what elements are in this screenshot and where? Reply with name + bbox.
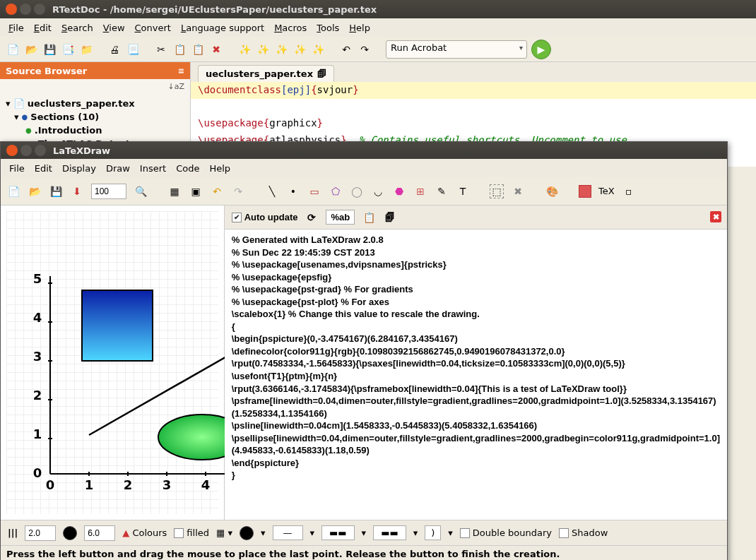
maximize-icon[interactable]: [34, 4, 45, 15]
code-line[interactable]: [191, 99, 756, 116]
menu-convert[interactable]: Convert: [131, 21, 175, 35]
pdf-icon[interactable]: ⬇: [70, 184, 84, 198]
maximize-icon[interactable]: [35, 145, 46, 156]
color-tool-icon[interactable]: 🎨: [545, 184, 559, 198]
menu-help[interactable]: Help: [345, 21, 374, 35]
pencil-tool-icon[interactable]: ✎: [435, 184, 449, 198]
menu-help[interactable]: Help: [205, 162, 235, 175]
copy-icon[interactable]: 📑: [61, 42, 75, 56]
tree-item[interactable]: ● .Introduction: [6, 124, 184, 137]
menu-insert[interactable]: Insert: [136, 162, 170, 175]
double-boundary-checkbox[interactable]: Double boundary: [460, 528, 552, 538]
export-icon[interactable]: ▫: [622, 184, 636, 198]
star-tool-icon[interactable]: ⬣: [392, 184, 406, 198]
grid-icon[interactable]: ▦: [167, 184, 182, 198]
paste-icon[interactable]: 📋: [191, 42, 205, 56]
line-style-combo[interactable]: —: [273, 525, 303, 540]
close-panel-icon[interactable]: ✖: [710, 211, 721, 222]
hatch-icon[interactable]: |||: [8, 528, 18, 538]
redo-icon[interactable]: ↷: [231, 184, 245, 198]
menu-tools[interactable]: Tools: [312, 21, 343, 35]
tree-sections[interactable]: ▾ ● Sections (10): [6, 110, 184, 124]
auto-update-checkbox[interactable]: ✔ Auto update: [232, 212, 298, 222]
axes-tool-icon[interactable]: ⊞: [413, 184, 427, 198]
minimize-icon[interactable]: [20, 4, 31, 15]
doc-icon[interactable]: 📃: [126, 42, 140, 56]
refresh-icon[interactable]: ⟳: [305, 210, 319, 225]
wand2-icon[interactable]: ✨: [256, 42, 270, 56]
delete-tool-icon[interactable]: ✖: [511, 184, 525, 198]
menu-macros[interactable]: Macros: [270, 21, 311, 35]
menu-edit[interactable]: Edit: [30, 162, 57, 175]
menu-view[interactable]: View: [99, 21, 129, 35]
snap-icon[interactable]: ▣: [189, 184, 203, 198]
page-icon[interactable]: 🗐: [383, 210, 397, 225]
open-icon[interactable]: 📂: [28, 184, 42, 198]
shadow-checkbox[interactable]: Shadow: [559, 528, 608, 538]
wand4-icon[interactable]: ✨: [293, 42, 307, 56]
close-icon[interactable]: [6, 4, 17, 15]
linewidth-input[interactable]: [25, 525, 56, 541]
close-icon[interactable]: [6, 145, 18, 156]
new-icon[interactable]: 📄: [6, 184, 20, 198]
open-icon[interactable]: 📂: [24, 42, 38, 56]
code-output[interactable]: % Generated with LaTeXDraw 2.0.8% Sun De…: [225, 230, 727, 486]
redo-icon[interactable]: ↷: [358, 42, 372, 56]
print-icon[interactable]: 🖨: [107, 42, 122, 56]
minimize-icon[interactable]: [20, 145, 32, 156]
run-combo[interactable]: Run Acrobat: [386, 40, 527, 59]
filled-checkbox[interactable]: filled: [174, 528, 209, 538]
rtextdoc-titlebar[interactable]: RTextDoc - /home/sergei/UEclustersPaper/…: [0, 0, 756, 18]
cut-icon[interactable]: ✂: [154, 42, 168, 56]
cap-style-combo[interactable]: ▬▬: [373, 525, 406, 540]
code-line[interactable]: \usepackage{graphicx}: [191, 115, 756, 132]
colours-button[interactable]: ▲ Colours: [122, 528, 167, 538]
editor-tab[interactable]: ueclusters_paper.tex 🗐: [198, 65, 334, 82]
text-tool-icon[interactable]: T: [456, 184, 470, 198]
zoom-icon[interactable]: 🔍: [134, 184, 148, 198]
fill-color-swatch[interactable]: [240, 526, 254, 540]
copy-code-icon[interactable]: 📋: [362, 210, 376, 225]
folder-icon[interactable]: 📁: [79, 42, 93, 56]
undo-icon[interactable]: ↶: [339, 42, 353, 56]
save-icon[interactable]: 💾: [42, 42, 57, 56]
menu-search[interactable]: Search: [57, 21, 98, 35]
ab-button[interactable]: %ab: [326, 210, 355, 225]
latexdraw-titlebar[interactable]: LaTeXDraw: [1, 142, 727, 159]
zoom-input[interactable]: [91, 184, 126, 199]
size-input[interactable]: [84, 525, 115, 541]
join-style-combo[interactable]: ): [425, 525, 441, 540]
menu-file[interactable]: File: [5, 162, 29, 175]
polygon-tool-icon[interactable]: ⬠: [329, 184, 343, 198]
wand3-icon[interactable]: ✨: [274, 42, 288, 56]
hatch-pattern-icon[interactable]: ▦ ▾: [216, 528, 232, 538]
wand1-icon[interactable]: ✨: [237, 42, 252, 56]
tex-icon[interactable]: [579, 185, 591, 198]
color-swatch[interactable]: [63, 526, 77, 540]
menu-language[interactable]: Language support: [177, 21, 268, 35]
line-tool-icon[interactable]: ╲: [265, 184, 279, 198]
run-button[interactable]: ▶: [531, 40, 551, 59]
new-icon[interactable]: 📄: [6, 42, 20, 56]
menu-draw[interactable]: Draw: [102, 162, 134, 175]
menu-file[interactable]: File: [4, 21, 28, 35]
tree-root[interactable]: ▾ 📄 ueclusters_paper.tex: [6, 97, 184, 110]
undo-icon[interactable]: ↶: [210, 184, 224, 198]
code-line[interactable]: \documentclass[epj]{svjour}: [191, 82, 756, 99]
menu-edit[interactable]: Edit: [30, 21, 56, 35]
sort-button[interactable]: ↓aZ: [0, 79, 190, 94]
select-tool-icon[interactable]: ⬚: [490, 184, 504, 198]
rect-tool-icon[interactable]: ▭: [307, 184, 321, 198]
menu-display[interactable]: Display: [58, 162, 100, 175]
dash-style-combo[interactable]: ▬▬: [321, 525, 355, 540]
point-tool-icon[interactable]: •: [286, 184, 300, 198]
arc-tool-icon[interactable]: ◡: [371, 184, 385, 198]
panel-menu-icon[interactable]: ≡: [178, 66, 184, 76]
ellipse-tool-icon[interactable]: ◯: [350, 184, 364, 198]
save-icon[interactable]: 💾: [49, 184, 63, 198]
menu-code[interactable]: Code: [172, 162, 203, 175]
wand5-icon[interactable]: ✨: [311, 42, 325, 56]
delete-icon[interactable]: ✖: [209, 42, 223, 56]
copy2-icon[interactable]: 📋: [172, 42, 187, 56]
drawing-canvas[interactable]: 012345 012345: [1, 205, 225, 520]
